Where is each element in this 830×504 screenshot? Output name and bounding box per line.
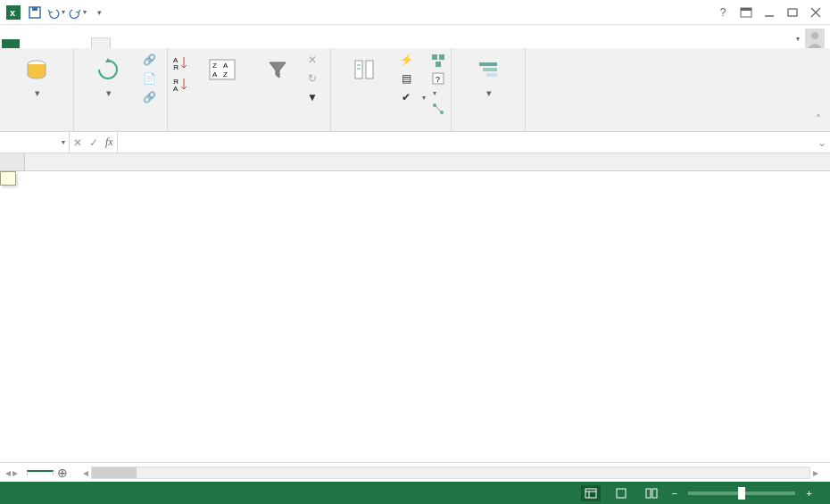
svg-rect-22 (355, 61, 362, 78)
data-validation-button[interactable]: ✔▾ (397, 89, 427, 105)
consolidate-button[interactable] (431, 54, 445, 68)
svg-rect-35 (483, 68, 497, 71)
grid-body[interactable] (0, 171, 830, 462)
reapply-button[interactable]: ↻ (303, 70, 325, 87)
zoom-thumb[interactable] (738, 487, 745, 500)
zoom-slider[interactable] (688, 492, 795, 495)
svg-line-33 (436, 106, 441, 112)
collapse-ribbon-icon[interactable]: ˄ (531, 110, 825, 129)
svg-rect-27 (439, 54, 444, 60)
view-page-break-icon[interactable] (642, 485, 661, 501)
validation-tooltip (0, 171, 16, 186)
worksheet-grid[interactable] (0, 153, 830, 462)
expand-formula-bar-icon[interactable]: ⌄ (814, 136, 830, 149)
add-sheet-icon[interactable]: ⊕ (54, 466, 71, 480)
svg-rect-34 (479, 62, 497, 66)
sort-desc-button[interactable]: ЯA (173, 77, 189, 93)
name-box-input[interactable] (4, 136, 46, 149)
refresh-all-button[interactable]: ▾ (79, 52, 137, 99)
scroll-thumb[interactable] (92, 467, 137, 478)
svg-text:x: x (10, 7, 16, 18)
sheet-nav-prev-icon[interactable]: ◂ (5, 467, 11, 479)
svg-rect-28 (436, 62, 441, 67)
tab-formulas[interactable] (73, 39, 91, 48)
svg-text:Z: Z (212, 62, 217, 70)
cancel-formula-icon[interactable]: ✕ (73, 136, 82, 149)
avatar-icon[interactable] (805, 29, 825, 48)
svg-rect-41 (646, 489, 651, 498)
zoom-out-icon[interactable]: − (672, 488, 678, 499)
sort-asc-button[interactable]: AЯ (173, 55, 189, 71)
zoom-in-icon[interactable]: + (806, 488, 812, 499)
svg-text:A: A (212, 70, 218, 78)
svg-text:?: ? (436, 75, 440, 84)
help-icon[interactable]: ? (712, 3, 734, 22)
title-bar: x ▾ ▾ ▾ ? (0, 0, 830, 25)
group-sort-filter: AЯ ЯA ZAAZ ✕ ↻ ▼ (168, 48, 331, 131)
svg-rect-5 (741, 8, 751, 11)
properties-button[interactable]: 📄 (140, 70, 162, 87)
outline-button[interactable]: ▾ (457, 52, 519, 99)
qat-customize-icon[interactable]: ▾ (89, 3, 109, 22)
tab-view[interactable] (129, 39, 146, 48)
svg-rect-26 (432, 54, 437, 60)
column-headers (0, 153, 830, 171)
enter-formula-icon[interactable]: ✓ (89, 136, 98, 149)
tab-layout[interactable] (55, 39, 73, 48)
advanced-filter-button[interactable]: ▼ (303, 89, 325, 105)
sheet-tab[interactable] (27, 470, 54, 475)
redo-icon[interactable]: ▾ (68, 3, 87, 22)
name-box[interactable]: ▾ (0, 132, 70, 153)
tab-data[interactable] (91, 37, 111, 48)
svg-rect-7 (788, 9, 797, 16)
view-page-layout-icon[interactable] (611, 485, 631, 501)
minimize-icon[interactable] (759, 3, 780, 22)
svg-text:A: A (223, 62, 228, 70)
formula-bar: ▾ ✕ ✓ fx ⌄ (0, 132, 830, 153)
text-to-columns-button[interactable] (336, 52, 394, 86)
sheet-nav-next-icon[interactable]: ▸ (12, 467, 18, 479)
group-label-sort (173, 128, 325, 129)
clear-filter-button[interactable]: ✕ (303, 52, 325, 68)
ribbon-options-icon[interactable] (735, 3, 757, 22)
group-data-tools: ⚡ ▤ ✔▾ ?▾ (331, 48, 452, 131)
svg-rect-40 (617, 489, 626, 498)
select-all-corner[interactable] (0, 153, 25, 170)
remove-duplicates-button[interactable]: ▤ (397, 70, 427, 87)
user-area[interactable]: ▾ (789, 29, 830, 48)
group-outline: ▾ (452, 48, 526, 131)
svg-rect-3 (32, 7, 37, 11)
filter-button[interactable] (255, 52, 300, 86)
save-icon[interactable] (25, 3, 45, 22)
connections-button[interactable]: 🔗 (140, 52, 162, 68)
get-external-data-button[interactable]: ▾ (5, 52, 68, 99)
svg-rect-37 (585, 489, 596, 498)
relationships-button[interactable] (431, 102, 445, 116)
edit-links-button[interactable]: 🔗 (140, 89, 162, 105)
group-label-datatools (336, 128, 445, 129)
svg-rect-42 (652, 489, 657, 498)
name-box-dropdown-icon[interactable]: ▾ (62, 138, 65, 146)
tab-file[interactable] (2, 39, 20, 48)
sort-button[interactable]: ZAAZ (193, 52, 252, 86)
close-icon[interactable] (805, 3, 826, 22)
horizontal-scrollbar[interactable]: ◂ ▸ (80, 467, 821, 479)
formula-input[interactable] (118, 132, 814, 153)
maximize-icon[interactable] (782, 3, 803, 22)
svg-text:Я: Я (173, 63, 178, 71)
fx-icon[interactable]: fx (105, 136, 113, 149)
view-normal-icon[interactable] (581, 485, 601, 501)
tab-review[interactable] (111, 39, 129, 48)
undo-icon[interactable]: ▾ (46, 3, 66, 22)
fx-controls: ✕ ✓ fx (70, 132, 118, 153)
tab-workgroup[interactable] (146, 39, 164, 48)
whatif-button[interactable]: ?▾ (431, 71, 445, 98)
tab-home[interactable] (20, 39, 37, 48)
status-bar: − + (0, 482, 830, 504)
excel-logo-icon[interactable]: x (4, 3, 23, 22)
sheet-nav[interactable]: ◂ ▸ (0, 467, 23, 479)
tab-insert[interactable] (37, 39, 55, 48)
svg-text:A: A (173, 85, 178, 93)
flash-fill-button[interactable]: ⚡ (397, 52, 427, 68)
svg-rect-36 (486, 73, 497, 77)
